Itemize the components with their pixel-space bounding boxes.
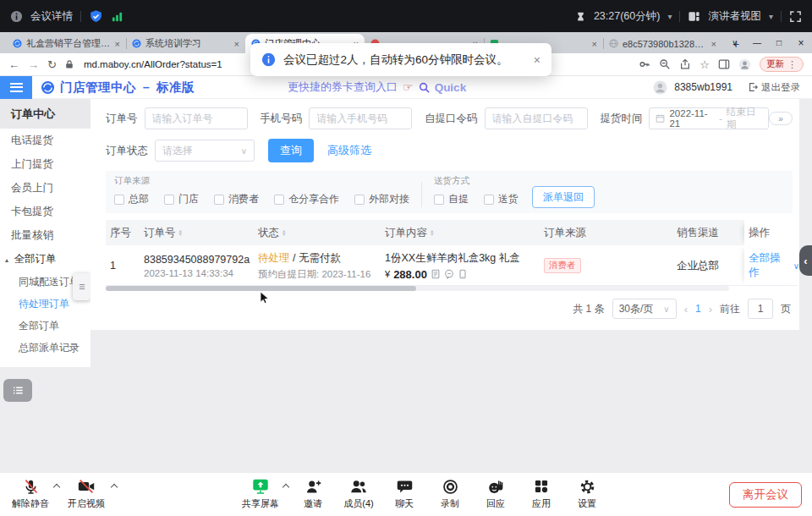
window-close-icon[interactable]: × <box>790 37 812 49</box>
more-menu-icon[interactable]: ⋮ <box>787 59 797 70</box>
prev-page-icon[interactable]: ‹ <box>684 303 688 316</box>
receipt-icon[interactable] <box>431 269 441 279</box>
checkbox-source-consumer[interactable]: 消费者 <box>214 192 259 206</box>
floating-list-button[interactable] <box>3 379 32 402</box>
start-video-button[interactable]: 开启视频 <box>61 473 112 516</box>
sidebar-item-member-visit[interactable]: 会员上门 <box>0 176 91 200</box>
mic-options-caret-icon[interactable] <box>53 484 60 491</box>
next-page-icon[interactable]: › <box>709 303 712 316</box>
quick-label[interactable]: Quick <box>435 81 467 94</box>
sort-icon[interactable]: ▲▼ <box>430 229 434 237</box>
logout-button[interactable]: 退出登录 <box>748 81 800 94</box>
end-date-placeholder[interactable]: 结束日期 <box>727 106 762 131</box>
share-icon[interactable] <box>679 58 691 70</box>
security-shield-icon[interactable] <box>89 9 103 24</box>
horizontal-scrollbar[interactable] <box>106 286 729 291</box>
window-minimize-icon[interactable]: — <box>746 38 768 47</box>
tab-close-icon[interactable]: × <box>592 39 597 49</box>
sidebar-item-phone-pickup[interactable]: 电话提货 <box>0 129 91 152</box>
side-panel-icon[interactable] <box>718 58 730 70</box>
sidebar-item-batch-verify[interactable]: 批量核销 <box>0 223 91 247</box>
window-maximize-icon[interactable]: □ <box>768 38 790 47</box>
checkbox-delivery-self-pickup[interactable]: 自提 <box>434 192 469 206</box>
back-icon[interactable]: ← <box>8 58 19 71</box>
members-button[interactable]: 成员(4) <box>336 473 381 516</box>
advanced-filter-link[interactable]: 高级筛选 <box>327 143 371 158</box>
hamburger-menu-icon[interactable] <box>0 76 32 99</box>
profile-avatar-icon[interactable] <box>738 58 751 71</box>
user-avatar[interactable] <box>653 80 667 95</box>
quick-search-icon[interactable] <box>419 82 430 93</box>
checkbox-icon[interactable] <box>214 195 224 205</box>
sidebar-item-door-pickup[interactable]: 上门提货 <box>0 152 91 176</box>
network-signal-icon[interactable] <box>111 10 123 23</box>
view-mode-label[interactable]: 演讲者视图 <box>708 9 761 24</box>
sidebar-group-all-orders[interactable]: ▴ 全部订单 <box>0 247 91 271</box>
reload-icon[interactable]: ↻ <box>47 58 57 71</box>
dispatch-return-button[interactable]: 派单退回 <box>532 186 595 208</box>
promo-text[interactable]: 更快捷的券卡查询入口 <box>288 80 398 95</box>
checkbox-icon[interactable] <box>484 195 494 205</box>
fullscreen-icon[interactable] <box>789 10 802 23</box>
zoom-icon[interactable] <box>659 58 671 70</box>
page-size-select[interactable]: 30条/页 ∨ <box>612 299 677 319</box>
checkbox-source-external[interactable]: 外部对接 <box>354 192 409 206</box>
message-icon[interactable] <box>444 269 454 279</box>
invite-button[interactable]: 邀请 <box>290 473 336 516</box>
all-actions-dropdown[interactable]: 全部操作 ∨ <box>749 251 799 280</box>
checkbox-icon[interactable] <box>164 195 174 205</box>
tab-close-icon[interactable]: × <box>234 39 239 49</box>
checkbox-icon[interactable] <box>434 195 444 205</box>
forward-icon[interactable]: → <box>28 58 39 71</box>
checkbox-source-store[interactable]: 门店 <box>164 192 199 206</box>
checkbox-source-warehouse-coop[interactable]: 仓分享合作 <box>274 192 339 206</box>
reactions-button[interactable]: 回应 <box>473 473 518 516</box>
order-no-input[interactable] <box>145 107 248 129</box>
checkbox-icon[interactable] <box>114 195 124 205</box>
view-caret-icon[interactable]: ▾ <box>769 12 773 21</box>
current-page[interactable]: 1 <box>695 303 701 315</box>
search-button[interactable]: 查询 <box>268 139 314 162</box>
toast-close-icon[interactable]: × <box>534 53 540 67</box>
promo-link[interactable]: 更快捷的券卡查询入口 ☞ Quick <box>288 80 466 95</box>
meeting-details-label[interactable]: 会议详情 <box>30 9 73 24</box>
col-status[interactable]: 状态 ▲▼ <box>254 226 381 240</box>
bookmark-star-icon[interactable]: ☆ <box>700 58 710 71</box>
phone-icon[interactable] <box>458 269 468 279</box>
chat-button[interactable]: 聊天 <box>381 473 427 516</box>
video-options-caret-icon[interactable] <box>111 484 118 491</box>
leave-meeting-button[interactable]: 离开会议 <box>729 482 802 508</box>
pickup-code-input[interactable] <box>485 107 588 129</box>
goto-page-input[interactable] <box>748 299 773 319</box>
meeting-info-icon[interactable] <box>10 10 23 23</box>
col-order-no[interactable]: 订单号 ▲▼ <box>140 226 254 240</box>
col-content[interactable]: 订单内容 ▲▼ <box>381 226 540 240</box>
sidebar-item-card-pickup[interactable]: 卡包提货 <box>0 200 91 223</box>
lock-icon[interactable] <box>65 59 74 69</box>
checkbox-icon[interactable] <box>354 195 365 205</box>
settings-button[interactable]: 设置 <box>564 473 610 516</box>
browser-tab-2[interactable]: 系统培训学习 × <box>126 34 245 53</box>
checkbox-source-hq[interactable]: 总部 <box>114 192 149 206</box>
tab-close-icon[interactable]: × <box>711 39 716 49</box>
share-screen-button[interactable]: 共享屏幕 <box>238 473 283 516</box>
apps-button[interactable]: 应用 <box>518 473 564 516</box>
checkbox-delivery-deliver[interactable]: 送货 <box>484 192 518 206</box>
tab-search-caret-icon[interactable]: ∨ <box>724 38 746 47</box>
share-options-caret-icon[interactable] <box>283 484 289 491</box>
checkbox-icon[interactable] <box>274 195 284 205</box>
phone-input[interactable] <box>309 107 412 129</box>
password-key-icon[interactable] <box>639 58 650 70</box>
date-range-picker[interactable]: 2022-11-21 - 结束日期 <box>649 107 769 129</box>
sidebar-drag-handle[interactable] <box>73 273 91 300</box>
browser-tab-1[interactable]: 礼盒营销平台管理中心 × <box>7 34 126 53</box>
sort-icon[interactable]: ▲▼ <box>282 229 286 237</box>
sidebar-item-hq-dispatch-records[interactable]: 总部派单记录 <box>0 337 91 359</box>
order-status-select[interactable]: 请选择 ∨ <box>155 140 255 162</box>
record-button[interactable]: 录制 <box>427 473 473 516</box>
browser-tab-6[interactable]: e8c573980b1328a258fd2e6 × <box>603 34 722 53</box>
start-date-value[interactable]: 2022-11-21 <box>669 108 714 129</box>
collapse-filters-button[interactable]: » <box>769 112 793 125</box>
sidebar-item-all-orders[interactable]: 全部订单 <box>0 315 91 337</box>
right-edge-panel-handle[interactable]: ‹ <box>799 245 812 276</box>
